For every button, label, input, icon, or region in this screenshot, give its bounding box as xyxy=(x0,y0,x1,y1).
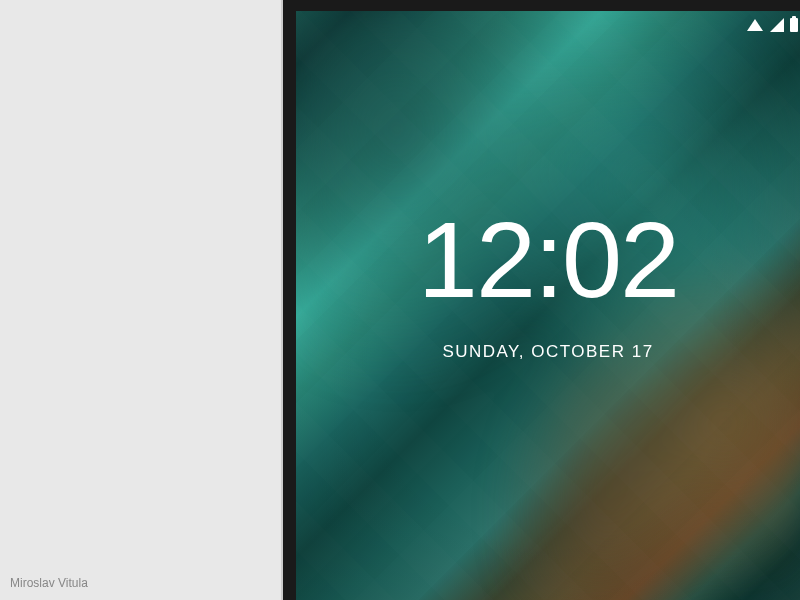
device-frame: 12:02 SUNDAY, OCTOBER 17 xyxy=(281,0,800,600)
wifi-icon xyxy=(747,19,763,31)
clock-date: SUNDAY, OCTOBER 17 xyxy=(296,342,800,362)
cellular-signal-icon xyxy=(770,18,784,32)
battery-icon xyxy=(790,18,798,32)
clock-time: 12:02 xyxy=(296,206,800,314)
lockscreen-clock: 12:02 SUNDAY, OCTOBER 17 xyxy=(296,206,800,362)
lock-screen[interactable]: 12:02 SUNDAY, OCTOBER 17 xyxy=(296,11,800,600)
author-credit: Miroslav Vitula xyxy=(10,576,88,590)
status-bar xyxy=(747,11,800,39)
